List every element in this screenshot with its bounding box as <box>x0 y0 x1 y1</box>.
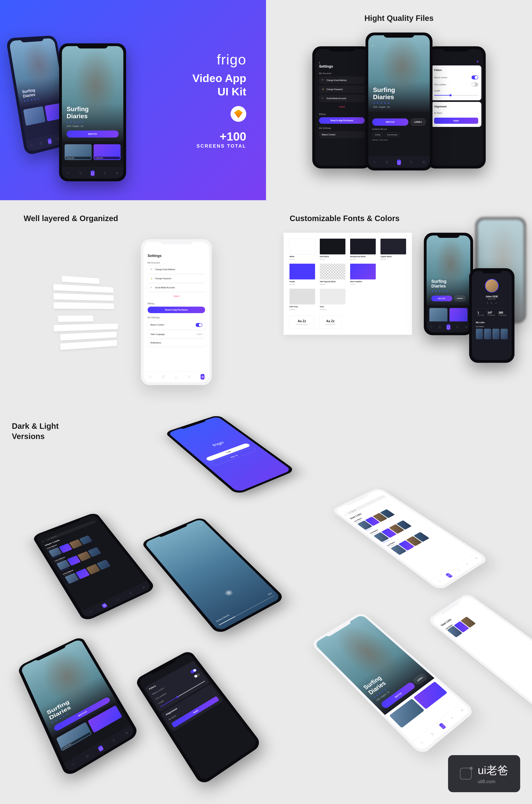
video-thumb[interactable]: Surfing Diari... <box>94 144 120 160</box>
settings-language-item[interactable]: Video LanguageEnglish <box>148 331 205 338</box>
reset-purchases-button[interactable]: Reset In-App Purchases <box>319 117 365 124</box>
mature-toggle[interactable] <box>472 75 478 79</box>
nav-search-icon[interactable]: ⚲ <box>409 160 413 164</box>
logout-button[interactable]: Logout <box>148 293 205 299</box>
share-icon[interactable]: ↗ <box>200 523 203 526</box>
nav-settings-icon[interactable]: ⚙ <box>422 160 425 164</box>
tag-documentary[interactable]: Documentary <box>385 133 400 137</box>
watch-button[interactable]: WATCH <box>372 118 408 126</box>
later-button[interactable]: LATER ▾ <box>411 118 426 126</box>
nav-search-icon[interactable]: ⚲ <box>464 562 470 566</box>
nav-lists-icon[interactable]: ☰ <box>84 753 90 759</box>
nav-home-icon[interactable]: ▢ <box>439 723 445 729</box>
nav-settings-icon[interactable]: ⚙ <box>124 730 130 735</box>
seek-bar[interactable] <box>219 595 274 625</box>
close-icon[interactable]: ‹ <box>151 545 153 547</box>
video-title-2: Diaries <box>48 704 72 721</box>
apply-button[interactable]: Apply <box>434 118 478 124</box>
filter-icon[interactable]: ▼ <box>476 60 479 64</box>
nav-profile-icon[interactable]: ⚇ <box>436 579 442 583</box>
nav-lists-icon[interactable]: ☰ <box>429 731 435 737</box>
nav-home-icon[interactable]: ▢ <box>174 375 178 379</box>
facebook-icon[interactable]: f <box>487 302 488 304</box>
nav-lists-icon[interactable]: ☰ <box>446 573 452 577</box>
nav-lists-icon[interactable]: ☰ <box>438 325 442 329</box>
settings-mature-item[interactable]: Mature Content <box>319 131 365 138</box>
twitter-icon[interactable]: 𝕏 <box>490 302 492 304</box>
nav-lists-icon[interactable]: ☰ <box>39 141 43 146</box>
share-icon[interactable]: ↗ <box>495 302 497 304</box>
video-thumb[interactable]: Surfing Diari... <box>56 722 92 751</box>
back-icon[interactable]: ‹ <box>344 514 347 516</box>
nav-home-icon[interactable]: ▢ <box>48 139 52 143</box>
list-item[interactable]: List Name <box>445 606 490 637</box>
nav-search-icon[interactable]: ⚲ <box>111 738 117 743</box>
video-thumb[interactable] <box>23 106 45 126</box>
nav-home-icon[interactable]: ▢ <box>98 745 103 751</box>
nav-profile-icon[interactable]: ⚇ <box>29 143 34 148</box>
settings-email-item[interactable]: ✉Change Email Address <box>319 76 365 84</box>
nav-settings-icon[interactable]: ⚙ <box>459 708 465 713</box>
nav-lists-icon[interactable]: ☰ <box>78 171 82 175</box>
back-icon[interactable]: ‹ <box>42 540 44 542</box>
avatar[interactable] <box>485 279 499 293</box>
nav-profile-icon[interactable]: ⚇ <box>419 740 425 745</box>
nav-lists-icon[interactable]: ☰ <box>101 604 107 608</box>
later-button[interactable]: LATER ▾ <box>454 295 466 301</box>
hero-headline: Video App <box>192 72 246 84</box>
settings-mature-item[interactable]: Mature Content <box>148 321 205 329</box>
subtitled-toggle[interactable] <box>472 82 478 87</box>
nav-search-icon[interactable]: ⚲ <box>455 325 459 329</box>
settings-social-item[interactable]: ⋔Social Media Accounts <box>148 284 205 291</box>
list-thumb[interactable] <box>492 329 499 339</box>
list-thumb[interactable] <box>476 329 483 339</box>
nav-search-icon[interactable]: ⚲ <box>103 171 107 175</box>
settings-password-item[interactable]: 🔒Change Password <box>319 85 365 93</box>
settings-notif-item[interactable]: Notifications <box>148 339 205 346</box>
back-icon[interactable]: ‹ <box>319 61 365 64</box>
add-to-list-button[interactable]: ⊕ Add to My List <box>372 128 426 130</box>
chevron-down-icon[interactable]: ⌄ <box>477 112 478 114</box>
nav-settings-icon[interactable]: ⚙ <box>201 375 205 379</box>
logout-button[interactable]: Logout <box>319 104 365 110</box>
nav-profile-icon[interactable]: ⚇ <box>373 160 376 164</box>
mylists-heading: My Lists <box>476 321 484 324</box>
watch-button[interactable]: WATCH <box>431 295 452 301</box>
nav-home-icon[interactable]: ▢ <box>455 568 461 572</box>
nav-profile-icon[interactable]: ⚇ <box>70 762 76 767</box>
nav-profile-icon[interactable]: ⚇ <box>88 610 94 614</box>
video-thumb[interactable] <box>389 698 424 728</box>
nav-settings-icon[interactable]: ⚙ <box>141 585 146 589</box>
settings-email-item[interactable]: ✉Change Email Address <box>148 266 205 273</box>
nav-settings-icon[interactable]: ⚙ <box>473 556 479 560</box>
nav-settings-icon[interactable]: ⚙ <box>464 325 468 329</box>
nav-home-icon[interactable]: ▢ <box>397 160 401 164</box>
tag-surfing[interactable]: Surfing <box>372 133 383 137</box>
watch-button[interactable]: WATCH <box>66 131 119 137</box>
nav-search-icon[interactable]: ⚲ <box>449 715 455 721</box>
settings-password-item[interactable]: 🔒Change Password <box>148 275 205 282</box>
length-slider[interactable] <box>434 95 478 96</box>
list-thumb[interactable] <box>484 329 491 339</box>
nav-search-icon[interactable]: ⚲ <box>128 591 134 595</box>
nav-lists-icon[interactable]: ☰ <box>385 160 389 164</box>
settings-social-item[interactable]: ⋔Social Media Accounts <box>319 95 365 102</box>
nav-profile-icon[interactable]: ⚇ <box>429 325 433 329</box>
nav-settings-icon[interactable]: ⚙ <box>115 171 119 175</box>
nav-profile-icon[interactable]: ⚇ <box>66 171 70 175</box>
reset-purchases-button[interactable]: Reset In-App Purchases <box>148 307 205 313</box>
nav-home-icon[interactable]: ▢ <box>115 597 120 601</box>
color-swatch <box>380 264 406 285</box>
nav-lists-icon[interactable]: ☰ <box>162 375 165 379</box>
nav-search-icon[interactable]: ⚲ <box>187 375 191 379</box>
video-thumb[interactable]: Surfing Diari... <box>64 144 92 160</box>
nav-home-icon[interactable]: ▢ <box>446 325 451 329</box>
nav-profile-icon[interactable]: ⚇ <box>148 375 152 379</box>
settings-item-label: Change Email Address <box>155 268 175 271</box>
mature-toggle[interactable] <box>196 323 202 327</box>
nav-home-icon[interactable]: ▢ <box>91 171 95 175</box>
video-thumb[interactable] <box>413 682 448 709</box>
list-thumb[interactable] <box>501 329 508 339</box>
video-thumb[interactable] <box>88 705 122 733</box>
back-icon[interactable]: ‹ <box>372 44 373 47</box>
